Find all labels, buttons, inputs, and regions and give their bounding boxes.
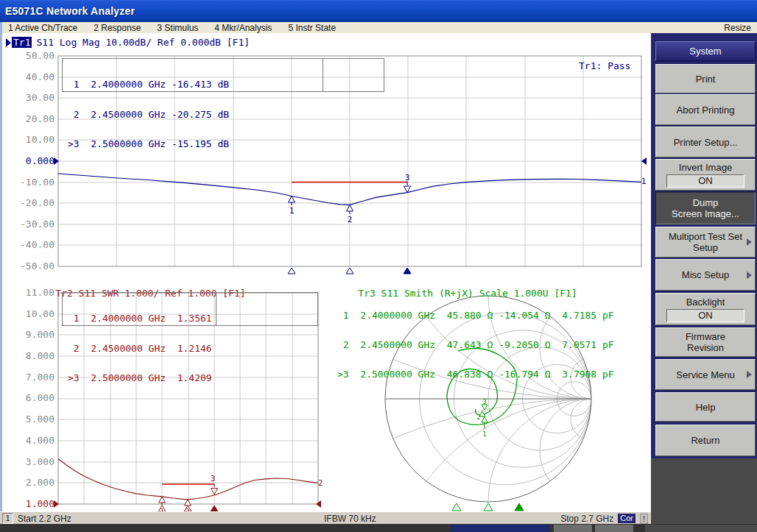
tr1-stimulus-marker3-icon bbox=[404, 268, 411, 274]
tr1-header[interactable]: Tr1 S11 Log Mag 10.00dB/ Ref 0.000dB [F1… bbox=[6, 37, 250, 48]
tr2-marker-2[interactable] bbox=[185, 500, 191, 506]
menu-bar: 1 Active Ch/Trace 2 Response 3 Stimulus … bbox=[0, 22, 757, 34]
tr1-marker-row: >3 2.5000000 GHz -15.195 dB bbox=[68, 139, 229, 149]
menu-item-instr-state[interactable]: 5 Instr State bbox=[280, 23, 344, 33]
softkey-dump-screen-image[interactable]: Dump Screen Image... bbox=[655, 192, 756, 224]
softkey-multiport-test-set-setup[interactable]: Multiport Test Set Setup bbox=[655, 227, 756, 258]
softkey-service-menu[interactable]: Service Menu bbox=[655, 359, 756, 390]
menu-item-response[interactable]: 2 Response bbox=[85, 23, 149, 33]
svg-text:2: 2 bbox=[477, 414, 481, 421]
softkey-return[interactable]: Return bbox=[655, 425, 756, 456]
tr2-marker-row: 1 2.4000000 GHz 1.3561 bbox=[68, 313, 212, 324]
tr3-stimulus-marker2-icon bbox=[484, 503, 493, 511]
tr2-trace-number: 2 bbox=[318, 478, 323, 488]
active-trace-arrow-icon bbox=[6, 38, 11, 47]
tr3-stimulus-marker1-icon bbox=[452, 503, 461, 511]
tr1-marker-2[interactable]: 2 bbox=[347, 205, 353, 224]
title-bar: E5071C Network Analyzer bbox=[0, 0, 757, 22]
softkey-abort-printing[interactable]: Abort Printing bbox=[655, 94, 756, 125]
submenu-arrow-icon bbox=[747, 238, 752, 246]
tr1-marker-row: 1 2.4000000 GHz -16.413 dB bbox=[68, 79, 229, 90]
window-title: E5071C Network Analyzer bbox=[0, 5, 135, 17]
tr1-trace-number: 1 bbox=[641, 177, 647, 186]
status-right-group: Stop 2.7 GHz Cor ! bbox=[560, 514, 648, 524]
tr1-stimulus-marker2-icon bbox=[346, 268, 353, 274]
softkey-help[interactable]: Help bbox=[655, 392, 756, 422]
tr2-marker-table-divider bbox=[216, 293, 216, 325]
tr1-marker-table-divider bbox=[323, 59, 323, 91]
svg-text:1: 1 bbox=[289, 206, 295, 216]
tr1-ref-arrow-right-icon bbox=[641, 157, 647, 165]
tr1-y-axis-labels: 50.0040.00 30.0020.00 10.000.000 -10.00-… bbox=[10, 51, 54, 272]
tr3-marker-row: >3 2.5000000 GHz 46.838 Ω -16.794 Ω 3.79… bbox=[337, 369, 614, 380]
tr3-marker-row: 2 2.4500000 GHz 47.643 Ω -9.2050 Ω 7.057… bbox=[337, 340, 614, 350]
softkey-invert-image[interactable]: Invert Image ON bbox=[655, 159, 756, 191]
svg-text:1: 1 bbox=[482, 430, 486, 438]
submenu-arrow-icon bbox=[747, 371, 752, 378]
softkey-empty-area bbox=[651, 458, 757, 532]
taskbar-tray-fragment bbox=[645, 525, 757, 532]
taskbar-button-fragment[interactable] bbox=[554, 525, 592, 532]
tr3-marker-readout: 1 2.4000000 GHz 45.880 Ω -14.054 Ω 4.718… bbox=[337, 291, 614, 399]
menu-item-active-ch-trace[interactable]: 1 Active Ch/Trace bbox=[0, 23, 85, 33]
ifbw-readout: IFBW 70 kHz bbox=[324, 514, 376, 524]
alert-badge: ! bbox=[640, 514, 648, 524]
submenu-arrow-icon bbox=[747, 272, 752, 279]
tr1-marker-1[interactable]: 1 bbox=[289, 196, 295, 216]
tr2-marker-row: 2 2.4500000 GHz 1.2146 bbox=[68, 344, 212, 354]
tr3-marker-3[interactable]: 3 bbox=[482, 398, 487, 410]
softkey-sidebar: System Print Abort Printing Printer Setu… bbox=[651, 33, 757, 532]
svg-text:3: 3 bbox=[211, 474, 216, 483]
softkey-misc-setup[interactable]: Misc Setup bbox=[655, 259, 756, 291]
tr1-badge: Tr1 bbox=[12, 37, 32, 48]
taskbar-button-fragment[interactable] bbox=[451, 525, 549, 532]
tr1-marker-row: 2 2.4500000 GHz -20.275 dB bbox=[68, 110, 229, 120]
tr1-stimulus-marker1-icon bbox=[288, 268, 295, 274]
taskbar-fragment bbox=[0, 524, 757, 532]
tr3-marker-row: 1 2.4000000 GHz 45.880 Ω -14.054 Ω 4.718… bbox=[337, 311, 614, 321]
stop-frequency: Stop 2.7 GHz bbox=[560, 514, 613, 524]
start-frequency: Start 2.2 GHz bbox=[18, 514, 71, 524]
status-bar: 1 Start 2.2 GHz IFBW 70 kHz Stop 2.7 GHz… bbox=[0, 511, 651, 525]
backlight-state: ON bbox=[666, 309, 744, 322]
e5071c-window: E5071C Network Analyzer 1 Active Ch/Trac… bbox=[0, 0, 757, 532]
softkey-firmware-revision[interactable]: Firmware Revision bbox=[655, 327, 756, 357]
resize-button[interactable]: Resize bbox=[718, 23, 757, 33]
menu-item-stimulus[interactable]: 3 Stimulus bbox=[149, 23, 206, 33]
tr3-stimulus-marker3-icon bbox=[515, 503, 524, 511]
correction-badge: Cor bbox=[618, 514, 635, 523]
invert-image-state: ON bbox=[666, 174, 744, 188]
softkey-printer-setup[interactable]: Printer Setup... bbox=[655, 127, 756, 157]
tr2-marker-row: >3 2.5000000 GHz 1.4209 bbox=[68, 373, 212, 383]
softkey-backlight[interactable]: Backlight ON bbox=[655, 293, 756, 325]
taskbar-button-fragment[interactable] bbox=[595, 525, 633, 532]
softkey-print[interactable]: Print bbox=[655, 64, 756, 93]
tr1-limit-test-result: Tr1: Pass bbox=[579, 60, 638, 71]
svg-text:2: 2 bbox=[348, 215, 353, 224]
tr1-header-text: S11 Log Mag 10.00dB/ Ref 0.000dB [F1] bbox=[36, 37, 250, 48]
softkey-menu-title: System bbox=[655, 41, 756, 61]
channel-indicator: 1 bbox=[2, 513, 13, 524]
menu-item-mkr-analysis[interactable]: 4 Mkr/Analysis bbox=[206, 23, 280, 33]
tr2-y-axis-labels: 11.0010.00 9.0008.000 7.0006.000 5.0004.… bbox=[10, 288, 54, 509]
svg-text:3: 3 bbox=[405, 173, 410, 182]
tr2-stimulus-marker3-icon bbox=[211, 506, 218, 511]
tr1-marker-readout: 1 2.4000000 GHz -16.413 dB 2 2.4500000 G… bbox=[68, 60, 229, 169]
tr2-marker-readout: 1 2.4000000 GHz 1.3561 2 2.4500000 GHz 1… bbox=[68, 294, 212, 403]
